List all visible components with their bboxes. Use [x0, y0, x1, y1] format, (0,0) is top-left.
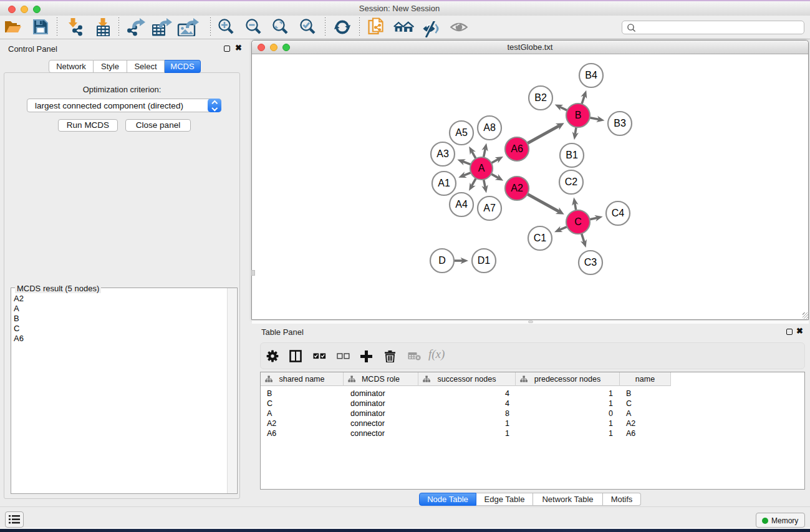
svg-text:C2: C2: [565, 177, 578, 187]
svg-text:A3: A3: [436, 148, 449, 159]
svg-text:B4: B4: [585, 70, 597, 80]
svg-text:C4: C4: [612, 208, 625, 218]
svg-text:A1: A1: [438, 178, 450, 188]
svg-text:D1: D1: [478, 255, 491, 266]
svg-text:A4: A4: [455, 199, 468, 210]
svg-text:B2: B2: [534, 92, 547, 103]
svg-text:B: B: [575, 110, 582, 120]
svg-text:A7: A7: [483, 203, 496, 213]
svg-text:D: D: [438, 255, 446, 266]
svg-text:A8: A8: [483, 122, 496, 133]
svg-text:A: A: [478, 163, 485, 173]
svg-text:A5: A5: [455, 127, 468, 138]
svg-text:B3: B3: [614, 118, 626, 128]
svg-text:A2: A2: [511, 183, 523, 193]
svg-text:C1: C1: [534, 233, 547, 243]
svg-text:A6: A6: [511, 143, 523, 154]
svg-text:B1: B1: [566, 150, 578, 160]
svg-text:C3: C3: [584, 257, 597, 268]
svg-text:C: C: [574, 216, 582, 227]
